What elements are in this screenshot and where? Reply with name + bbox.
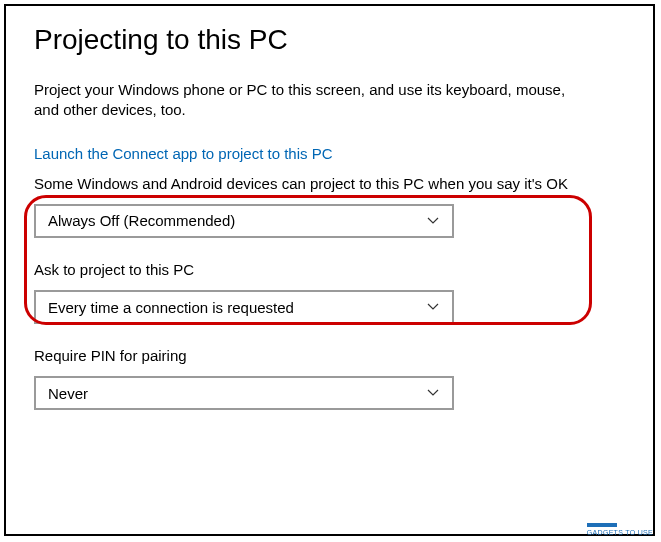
watermark-text: GADGETS TO USE: [587, 529, 653, 536]
chevron-down-icon: [426, 214, 440, 228]
watermark: GADGETS TO USE: [587, 523, 653, 536]
settings-panel: Projecting to this PC Project your Windo…: [4, 4, 655, 536]
setting-projection-permission: Some Windows and Android devices can pro…: [34, 174, 625, 238]
setting-label-projection-permission: Some Windows and Android devices can pro…: [34, 174, 594, 194]
setting-label-ask-to-project: Ask to project to this PC: [34, 260, 594, 280]
dropdown-value: Every time a connection is requested: [48, 299, 294, 316]
chevron-down-icon: [426, 300, 440, 314]
dropdown-value: Always Off (Recommended): [48, 212, 235, 229]
dropdown-require-pin[interactable]: Never: [34, 376, 454, 410]
setting-require-pin: Require PIN for pairing Never: [34, 346, 625, 410]
chevron-down-icon: [426, 386, 440, 400]
dropdown-value: Never: [48, 385, 88, 402]
launch-connect-app-link[interactable]: Launch the Connect app to project to thi…: [34, 145, 333, 162]
setting-label-require-pin: Require PIN for pairing: [34, 346, 594, 366]
dropdown-ask-to-project[interactable]: Every time a connection is requested: [34, 290, 454, 324]
page-title: Projecting to this PC: [34, 24, 625, 56]
page-description: Project your Windows phone or PC to this…: [34, 80, 594, 121]
dropdown-projection-permission[interactable]: Always Off (Recommended): [34, 204, 454, 238]
setting-ask-to-project: Ask to project to this PC Every time a c…: [34, 260, 625, 324]
